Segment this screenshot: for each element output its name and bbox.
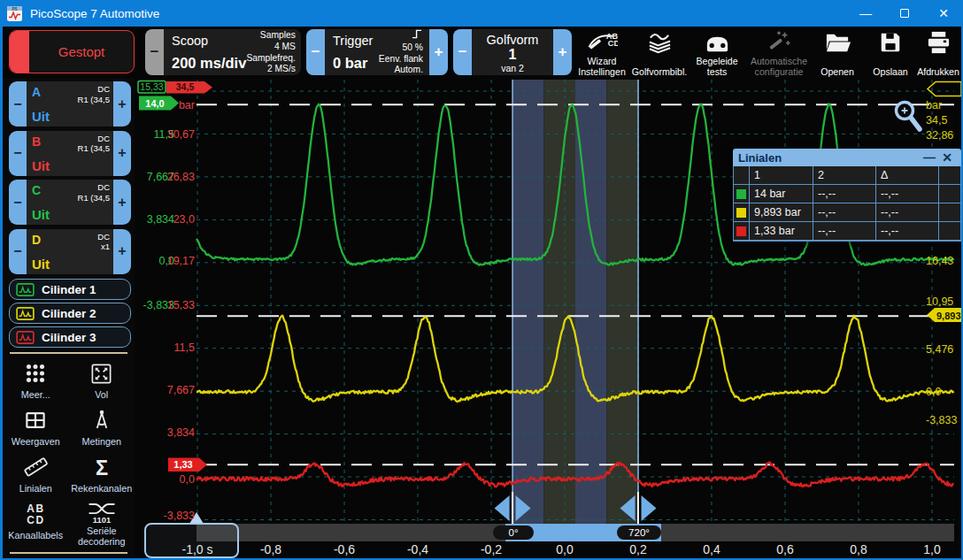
- channel-labels-icon: ABCD: [21, 499, 50, 529]
- phase-handle-end[interactable]: [620, 492, 657, 524]
- red-ruler-flag[interactable]: [168, 458, 207, 472]
- waveform-next-button[interactable]: +: [553, 29, 572, 75]
- rulers-column-header: Δ: [876, 166, 939, 185]
- toolbar-action-openen[interactable]: Openen: [813, 29, 862, 77]
- sidebar-tool-meer-[interactable]: Meer...: [3, 356, 69, 403]
- channel-B-panel[interactable]: − B DC R1 (34,5 Uit +: [9, 131, 131, 176]
- ruler-color-swatch: [734, 203, 750, 222]
- phase-start-pill[interactable]: 0°: [493, 525, 534, 540]
- svg-text:AB: AB: [27, 502, 45, 515]
- channel-A-decrease-button[interactable]: −: [9, 81, 27, 127]
- toolbar-action-afdrukken[interactable]: Afdrukken: [915, 29, 961, 77]
- channel-A-panel[interactable]: − A DC R1 (34,5 Uit +: [9, 81, 131, 127]
- ruler-value-1: 1,33 bar: [750, 222, 813, 241]
- rising-edge-icon: [412, 29, 423, 42]
- left-axis-red-tick: 23,0: [133, 214, 195, 226]
- titlebar[interactable]: PS PicoScope 7 Automotive: [0, 0, 963, 27]
- channel-D-increase-button[interactable]: +: [113, 229, 131, 274]
- waveform-previous-button[interactable]: −: [453, 29, 472, 75]
- stroke-band: [575, 80, 607, 524]
- rulers-table: 12Δ 14 bar --,-- --,-- 9,893 bar --,-- -…: [733, 166, 961, 242]
- channel-C-increase-button[interactable]: +: [113, 180, 131, 225]
- phase-handle-start[interactable]: [495, 492, 531, 524]
- scoop-decrease-button[interactable]: −: [145, 29, 164, 75]
- toolbar-action-wizard-instellingen[interactable]: ABCD Wizard Instellingen: [574, 29, 630, 77]
- right-axis-unit: bar: [926, 100, 963, 111]
- waveform-index-value[interactable]: 1: [472, 47, 553, 63]
- channel-D-coupling: DC: [97, 232, 110, 242]
- sigma-icon: Σ: [90, 452, 113, 482]
- sidebar-tool-label: Kanaallabels: [8, 530, 63, 541]
- x-axis-tick: -0,4: [389, 542, 446, 556]
- trigger-increase-button[interactable]: +: [429, 29, 448, 75]
- right-axis-yellow-tick: 34,5: [926, 115, 963, 127]
- right-axis-yellow-tick: 5,476: [926, 344, 963, 356]
- window-minimize-button[interactable]: —: [846, 0, 885, 27]
- stroke-band: [607, 80, 639, 524]
- sidebar-tool-metingen[interactable]: Metingen: [69, 403, 135, 449]
- channel-D-decrease-button[interactable]: −: [9, 229, 27, 274]
- sidebar-tool-kanaallabels[interactable]: ABCD Kanaallabels: [3, 496, 69, 543]
- open-folder-icon: [824, 29, 851, 56]
- channel-B-decrease-button[interactable]: −: [9, 131, 27, 176]
- channel-B-increase-button[interactable]: +: [113, 131, 131, 176]
- sidebar-tool-linialen[interactable]: Linialen: [3, 449, 69, 496]
- auto-config-icon: [766, 29, 792, 56]
- trace-cilinder-2: [196, 316, 954, 402]
- rulers-panel-titlebar[interactable]: Linialen — ✕: [733, 149, 961, 166]
- trigger-decrease-button[interactable]: −: [306, 29, 325, 75]
- cylinder-button-label: Cilinder 2: [42, 307, 96, 320]
- left-axis-red-tick: 19,17: [133, 256, 195, 267]
- zoom-overview-icon[interactable]: [897, 103, 921, 130]
- stop-button[interactable]: Gestopt: [9, 30, 135, 73]
- trigger-level-value[interactable]: 0 bar: [333, 55, 373, 72]
- yellow-ruler-value: 9,893: [936, 311, 961, 321]
- left-axis-green-tick: 0,0: [133, 256, 174, 267]
- rulers-panel: Linialen — ✕ 12Δ 14 bar --,-- --,-- 9,89…: [733, 149, 961, 242]
- ruler-row-spare: [939, 203, 960, 222]
- channel-C-decrease-button[interactable]: −: [9, 180, 27, 225]
- right-axis-yellow-tick: 32,86: [926, 130, 963, 142]
- channel-C-range: R1 (34,5: [78, 193, 110, 203]
- sidebar-tool-weergaven[interactable]: Weergaven: [3, 403, 69, 449]
- sidebar-bottom-divider: [10, 552, 127, 554]
- scrollbar-thumb-outline[interactable]: [144, 523, 239, 558]
- channel-B-letter: B: [32, 134, 41, 149]
- rulers-column-header: 1: [750, 166, 813, 185]
- trace-cilinder-3: [196, 463, 954, 487]
- toolbar-action-golfvormbibliotheek[interactable]: Golfvormbibl.: [632, 29, 687, 77]
- sidebar-tool-rekenkanalen[interactable]: Σ Rekenkanalen: [69, 449, 135, 496]
- cylinder-3-button[interactable]: Cilinder 3: [9, 326, 131, 348]
- sidebar-tool-label: Metingen: [82, 436, 121, 447]
- green-ruler-flag[interactable]: [139, 96, 179, 111]
- stroke-band: [512, 80, 544, 524]
- views-icon: [23, 405, 48, 435]
- cylinder-2-button[interactable]: Cilinder 2: [9, 303, 131, 324]
- red-scale-top-flag[interactable]: [166, 81, 212, 94]
- yellow-ruler-flag[interactable]: [927, 308, 961, 322]
- channel-A-increase-button[interactable]: +: [113, 81, 131, 127]
- picoscope-window: 15,33 34,5 14,0 9,893 1,33 11,57,6673,83…: [0, 0, 963, 560]
- toolbar-action-begeleide-tests[interactable]: Begeleide tests: [689, 29, 745, 77]
- toolbar-action-opslaan[interactable]: Opslaan: [867, 29, 913, 77]
- channel-C-panel[interactable]: − C DC R1 (34,5 Uit +: [9, 180, 131, 225]
- green-scale-top-box[interactable]: [138, 81, 166, 94]
- sidebar-tool-seri-le[interactable]: 1101 Seriële decodering: [69, 496, 135, 543]
- scoop-timebase-value[interactable]: 200 ms/div: [172, 55, 246, 72]
- scoop-info-line: 2 MS/s: [267, 64, 296, 75]
- scoop-title: Scoop: [172, 34, 246, 48]
- rulers-panel-minimize-icon[interactable]: —: [921, 150, 938, 165]
- phase-end-pill[interactable]: 720°: [617, 525, 661, 540]
- printer-icon: [925, 29, 952, 56]
- rulers-header-corner: [734, 166, 750, 185]
- rulers-panel-close-icon[interactable]: ✕: [938, 150, 956, 165]
- ruler-value-1: 9,893 bar: [750, 203, 813, 222]
- toolbar: Gestopt − Scoop 200 ms/div Samples4 MSSa…: [0, 27, 963, 78]
- cylinder-1-button[interactable]: Cilinder 1: [9, 279, 131, 300]
- window-maximize-button[interactable]: [885, 0, 924, 27]
- yellow-scale-top-flag[interactable]: [928, 82, 961, 96]
- channel-C-status: Uit: [32, 207, 50, 222]
- window-close-button[interactable]: ✕: [924, 0, 963, 27]
- sidebar-tool-vol[interactable]: Vol: [69, 356, 135, 403]
- channel-D-panel[interactable]: − D DC x1 Uit +: [9, 229, 131, 274]
